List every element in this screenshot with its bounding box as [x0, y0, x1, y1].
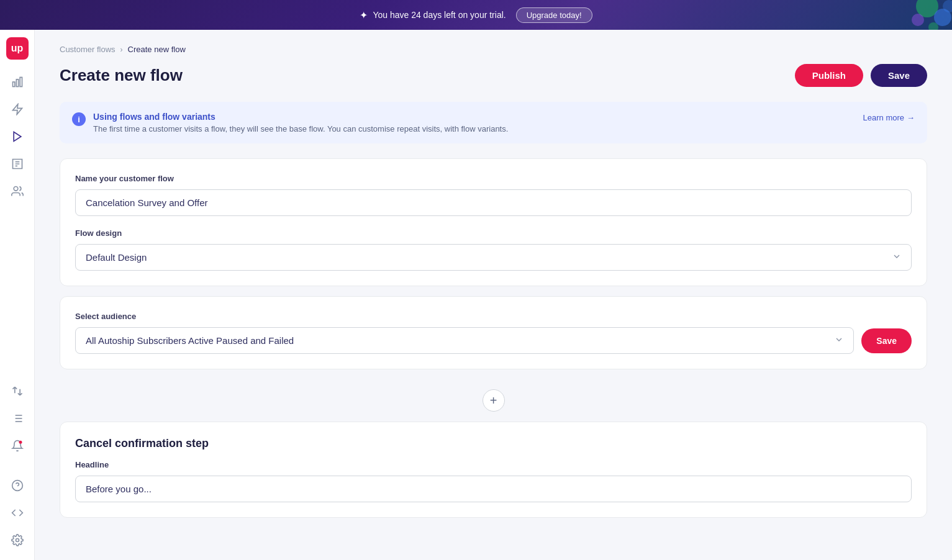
- audience-select[interactable]: All Autoship Subscribers Active Paused a…: [75, 327, 854, 354]
- headline-input[interactable]: [75, 476, 912, 502]
- flow-name-input[interactable]: [75, 189, 912, 216]
- main-content: Customer flows › Create new flow Create …: [35, 30, 952, 560]
- flow-name-label: Name your customer flow: [75, 174, 912, 183]
- svg-marker-8: [12, 104, 22, 115]
- add-step-button[interactable]: +: [483, 389, 505, 412]
- breadcrumb-parent[interactable]: Customer flows: [60, 45, 116, 54]
- add-step-container: +: [60, 379, 927, 422]
- trial-banner: ✦ You have 24 days left on your trial. U…: [0, 0, 952, 30]
- info-content: Using flows and flow variants The first …: [93, 112, 846, 133]
- audience-row: All Autoship Subscribers Active Paused a…: [75, 327, 912, 354]
- sidebar-item-developer[interactable]: [5, 500, 30, 525]
- header-actions: Publish Save: [795, 64, 927, 87]
- flow-design-select[interactable]: Default Design Custom Design 1 Custom De…: [75, 244, 912, 271]
- svg-rect-7: [20, 78, 22, 87]
- sidebar-item-help[interactable]: [5, 473, 30, 498]
- audience-select-wrapper: All Autoship Subscribers Active Paused a…: [75, 327, 854, 354]
- svg-point-0: [916, 0, 938, 17]
- plus-icon: +: [490, 394, 497, 408]
- logo[interactable]: up: [6, 37, 29, 60]
- svg-point-3: [928, 22, 938, 30]
- flow-config-card: Name your customer flow Flow design Defa…: [60, 158, 927, 286]
- headline-label: Headline: [75, 460, 912, 469]
- svg-rect-5: [12, 82, 14, 87]
- page-title: Create new flow: [60, 66, 183, 85]
- svg-marker-9: [14, 132, 21, 142]
- sidebar-item-lists[interactable]: [5, 406, 30, 431]
- info-description: The first time a customer visits a flow,…: [93, 124, 846, 133]
- audience-save-button[interactable]: Save: [861, 328, 912, 353]
- cancel-confirmation-card: Cancel confirmation step Headline: [60, 422, 927, 518]
- breadcrumb-current: Create new flow: [128, 45, 186, 54]
- sidebar-item-surveys[interactable]: [5, 151, 30, 176]
- publish-button[interactable]: Publish: [795, 64, 863, 87]
- sidebar-item-analytics[interactable]: [5, 70, 30, 94]
- flow-design-label: Flow design: [75, 228, 912, 238]
- sidebar-item-flows[interactable]: [5, 124, 30, 149]
- flow-design-select-wrapper: Default Design Custom Design 1 Custom De…: [75, 244, 912, 271]
- sidebar: up: [0, 30, 35, 560]
- audience-label: Select audience: [75, 312, 912, 321]
- sidebar-item-customers[interactable]: [5, 179, 30, 204]
- sidebar-item-notifications[interactable]: [5, 433, 30, 458]
- sidebar-item-settings[interactable]: [5, 528, 30, 553]
- sidebar-item-integrations[interactable]: [5, 379, 30, 404]
- breadcrumb: Customer flows › Create new flow: [60, 45, 927, 54]
- learn-more-link[interactable]: Learn more →: [863, 113, 915, 122]
- audience-card: Select audience All Autoship Subscribers…: [60, 296, 927, 369]
- svg-point-20: [16, 539, 19, 542]
- sidebar-item-automation[interactable]: [5, 97, 30, 122]
- info-icon: i: [72, 112, 86, 126]
- svg-point-4: [943, 0, 952, 12]
- star-icon: ✦: [360, 9, 368, 21]
- upgrade-button[interactable]: Upgrade today!: [516, 7, 592, 23]
- trial-text: You have 24 days left on your trial.: [373, 10, 505, 20]
- save-button[interactable]: Save: [871, 64, 927, 87]
- svg-point-10: [14, 187, 18, 191]
- breadcrumb-separator: ›: [120, 45, 123, 54]
- cancel-step-title: Cancel confirmation step: [75, 437, 912, 450]
- svg-point-2: [912, 14, 924, 26]
- svg-point-1: [934, 9, 951, 26]
- svg-rect-6: [16, 79, 18, 87]
- info-banner: i Using flows and flow variants The firs…: [60, 102, 927, 143]
- svg-point-17: [19, 441, 22, 444]
- page-header: Create new flow Publish Save: [60, 64, 927, 87]
- info-title: Using flows and flow variants: [93, 112, 846, 122]
